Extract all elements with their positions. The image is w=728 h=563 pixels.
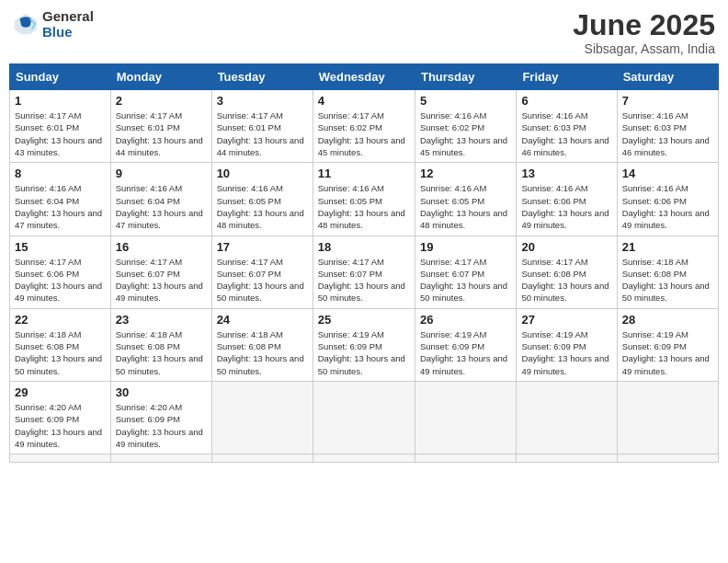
day-info: Sunrise: 4:16 AM Sunset: 6:05 PM Dayligh… — [318, 182, 410, 231]
col-wednesday: Wednesday — [313, 64, 415, 90]
calendar-cell: 30 Sunrise: 4:20 AM Sunset: 6:09 PM Dayl… — [110, 381, 211, 454]
logo: General Blue — [13, 9, 94, 40]
col-tuesday: Tuesday — [211, 64, 313, 90]
day-number: 15 — [15, 240, 106, 254]
day-number: 8 — [15, 167, 106, 180]
day-number: 26 — [420, 313, 511, 327]
col-monday: Monday — [110, 64, 211, 90]
day-info: Sunrise: 4:17 AM Sunset: 6:01 PM Dayligh… — [15, 109, 106, 158]
col-sunday: Sunday — [10, 64, 111, 90]
day-info: Sunrise: 4:18 AM Sunset: 6:08 PM Dayligh… — [217, 328, 308, 377]
calendar-row-2: 8 Sunrise: 4:16 AM Sunset: 6:04 PM Dayli… — [10, 163, 719, 236]
day-info: Sunrise: 4:16 AM Sunset: 6:06 PM Dayligh… — [622, 182, 713, 231]
day-info: Sunrise: 4:19 AM Sunset: 6:09 PM Dayligh… — [622, 328, 713, 377]
day-info: Sunrise: 4:17 AM Sunset: 6:07 PM Dayligh… — [217, 256, 308, 304]
day-number: 1 — [15, 94, 106, 108]
day-info: Sunrise: 4:16 AM Sunset: 6:06 PM Dayligh… — [521, 182, 611, 231]
day-info: Sunrise: 4:16 AM Sunset: 6:02 PM Dayligh… — [420, 109, 511, 158]
day-info: Sunrise: 4:18 AM Sunset: 6:08 PM Dayligh… — [622, 256, 713, 304]
day-number: 3 — [217, 94, 308, 108]
day-info: Sunrise: 4:17 AM Sunset: 6:02 PM Dayligh… — [318, 109, 410, 158]
calendar-cell — [211, 454, 313, 463]
day-info: Sunrise: 4:16 AM Sunset: 6:05 PM Dayligh… — [420, 182, 511, 231]
calendar-cell — [110, 454, 211, 463]
title-area: June 2025 Sibsagar, Assam, India — [573, 9, 715, 56]
calendar-cell: 11 Sunrise: 4:16 AM Sunset: 6:05 PM Dayl… — [313, 163, 415, 236]
calendar-cell: 2 Sunrise: 4:17 AM Sunset: 6:01 PM Dayli… — [110, 90, 211, 163]
day-number: 14 — [622, 167, 713, 180]
day-number: 17 — [217, 240, 308, 254]
calendar-row-5: 29 Sunrise: 4:20 AM Sunset: 6:09 PM Dayl… — [10, 381, 719, 454]
header-row: Sunday Monday Tuesday Wednesday Thursday… — [10, 64, 719, 90]
calendar-subtitle: Sibsagar, Assam, India — [573, 41, 715, 56]
day-number: 30 — [116, 385, 207, 399]
day-number: 19 — [420, 240, 511, 254]
calendar-cell: 13 Sunrise: 4:16 AM Sunset: 6:06 PM Dayl… — [517, 163, 617, 236]
calendar-cell: 7 Sunrise: 4:16 AM Sunset: 6:03 PM Dayli… — [617, 90, 718, 163]
day-info: Sunrise: 4:19 AM Sunset: 6:09 PM Dayligh… — [420, 328, 511, 377]
logo-general: General — [42, 9, 94, 25]
day-number: 28 — [622, 313, 713, 327]
day-number: 21 — [622, 240, 713, 254]
logo-icon — [13, 12, 39, 38]
calendar-cell — [415, 381, 516, 454]
calendar-cell: 16 Sunrise: 4:17 AM Sunset: 6:07 PM Dayl… — [110, 236, 211, 308]
calendar-cell — [313, 381, 415, 454]
logo-text: General Blue — [42, 9, 94, 40]
calendar-cell — [517, 454, 617, 463]
day-number: 2 — [116, 94, 207, 108]
calendar-row-6 — [10, 454, 719, 463]
calendar-table: Sunday Monday Tuesday Wednesday Thursday… — [9, 63, 719, 463]
calendar-cell: 23 Sunrise: 4:18 AM Sunset: 6:08 PM Dayl… — [110, 308, 211, 381]
calendar-cell: 15 Sunrise: 4:17 AM Sunset: 6:06 PM Dayl… — [10, 236, 111, 308]
calendar-cell: 10 Sunrise: 4:16 AM Sunset: 6:05 PM Dayl… — [211, 163, 313, 236]
day-info: Sunrise: 4:17 AM Sunset: 6:08 PM Dayligh… — [521, 256, 611, 304]
calendar-row-4: 22 Sunrise: 4:18 AM Sunset: 6:08 PM Dayl… — [10, 308, 719, 381]
day-number: 22 — [15, 313, 106, 327]
calendar-title: June 2025 — [573, 9, 715, 41]
day-info: Sunrise: 4:17 AM Sunset: 6:07 PM Dayligh… — [318, 256, 410, 304]
calendar-cell: 19 Sunrise: 4:17 AM Sunset: 6:07 PM Dayl… — [415, 236, 516, 308]
calendar-cell — [415, 454, 516, 463]
day-info: Sunrise: 4:17 AM Sunset: 6:01 PM Dayligh… — [116, 109, 207, 158]
calendar-row-1: 1 Sunrise: 4:17 AM Sunset: 6:01 PM Dayli… — [10, 90, 719, 163]
calendar-cell: 9 Sunrise: 4:16 AM Sunset: 6:04 PM Dayli… — [110, 163, 211, 236]
calendar-cell: 17 Sunrise: 4:17 AM Sunset: 6:07 PM Dayl… — [211, 236, 313, 308]
day-number: 27 — [521, 313, 611, 327]
calendar-cell: 25 Sunrise: 4:19 AM Sunset: 6:09 PM Dayl… — [313, 308, 415, 381]
col-thursday: Thursday — [415, 64, 516, 90]
calendar-cell: 5 Sunrise: 4:16 AM Sunset: 6:02 PM Dayli… — [415, 90, 516, 163]
day-number: 24 — [217, 313, 308, 327]
day-info: Sunrise: 4:16 AM Sunset: 6:04 PM Dayligh… — [15, 182, 106, 231]
day-info: Sunrise: 4:20 AM Sunset: 6:09 PM Dayligh… — [116, 401, 207, 450]
day-number: 18 — [318, 240, 410, 254]
calendar-cell: 6 Sunrise: 4:16 AM Sunset: 6:03 PM Dayli… — [517, 90, 617, 163]
calendar-cell: 1 Sunrise: 4:17 AM Sunset: 6:01 PM Dayli… — [10, 90, 111, 163]
day-number: 11 — [318, 167, 410, 180]
logo-blue: Blue — [42, 25, 94, 40]
calendar-cell: 14 Sunrise: 4:16 AM Sunset: 6:06 PM Dayl… — [617, 163, 718, 236]
calendar-cell: 3 Sunrise: 4:17 AM Sunset: 6:01 PM Dayli… — [211, 90, 313, 163]
day-number: 9 — [116, 167, 207, 180]
day-info: Sunrise: 4:18 AM Sunset: 6:08 PM Dayligh… — [116, 328, 207, 377]
calendar-cell: 20 Sunrise: 4:17 AM Sunset: 6:08 PM Dayl… — [517, 236, 617, 308]
day-info: Sunrise: 4:20 AM Sunset: 6:09 PM Dayligh… — [15, 401, 106, 450]
day-info: Sunrise: 4:17 AM Sunset: 6:01 PM Dayligh… — [217, 109, 308, 158]
calendar-cell: 21 Sunrise: 4:18 AM Sunset: 6:08 PM Dayl… — [617, 236, 718, 308]
day-number: 4 — [318, 94, 410, 108]
calendar-cell: 29 Sunrise: 4:20 AM Sunset: 6:09 PM Dayl… — [10, 381, 111, 454]
calendar-cell: 22 Sunrise: 4:18 AM Sunset: 6:08 PM Dayl… — [10, 308, 111, 381]
calendar-cell — [517, 381, 617, 454]
day-number: 7 — [622, 94, 713, 108]
calendar-cell: 4 Sunrise: 4:17 AM Sunset: 6:02 PM Dayli… — [313, 90, 415, 163]
col-saturday: Saturday — [617, 64, 718, 90]
day-number: 23 — [116, 313, 207, 327]
day-number: 25 — [318, 313, 410, 327]
day-number: 16 — [116, 240, 207, 254]
day-number: 12 — [420, 167, 511, 180]
calendar-cell: 26 Sunrise: 4:19 AM Sunset: 6:09 PM Dayl… — [415, 308, 516, 381]
calendar-cell: 24 Sunrise: 4:18 AM Sunset: 6:08 PM Dayl… — [211, 308, 313, 381]
col-friday: Friday — [517, 64, 617, 90]
day-info: Sunrise: 4:16 AM Sunset: 6:05 PM Dayligh… — [217, 182, 308, 231]
day-info: Sunrise: 4:16 AM Sunset: 6:03 PM Dayligh… — [521, 109, 611, 158]
